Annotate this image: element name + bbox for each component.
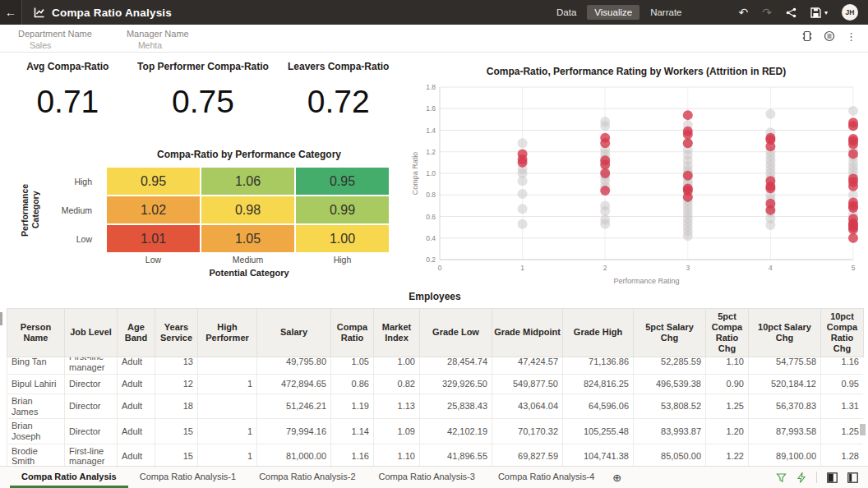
filter-bar-options-icon[interactable] (801, 30, 813, 42)
scatter-point-retained[interactable] (518, 138, 528, 148)
scatter-point-retained[interactable] (765, 109, 775, 119)
table-column-header[interactable]: Market Index (374, 309, 420, 357)
table-column-header[interactable]: 5pct Compa Ratio Chg (706, 309, 749, 357)
heatmap-cell[interactable]: 0.95 (296, 168, 389, 195)
heatmap-grid: High0.951.060.95Medium1.020.980.99Low1.0… (41, 168, 403, 252)
table-row[interactable]: Bipul LahiriDirectorAdult121472,894.650.… (7, 375, 864, 394)
share-icon[interactable] (786, 7, 796, 18)
scatter-point-attrition[interactable] (600, 168, 610, 178)
table-column-header[interactable]: 10pct Salary Chg (749, 309, 821, 357)
layout-panel-narrow-icon[interactable] (847, 472, 858, 483)
add-canvas-icon[interactable]: ⊕ (606, 467, 628, 488)
table-column-header[interactable]: Years Service (155, 309, 198, 357)
table-column-header[interactable]: Age Band (118, 309, 155, 357)
left-scrollbar-thumb[interactable] (0, 312, 2, 325)
header-tab-visualize[interactable]: Visualize (587, 5, 639, 20)
scatter-point-attrition[interactable] (518, 158, 528, 168)
scatter-point-retained[interactable] (600, 121, 610, 131)
scatter-point-attrition[interactable] (765, 205, 775, 215)
heatmap-cell[interactable]: 0.95 (107, 168, 200, 195)
scatter-point-retained[interactable] (600, 219, 610, 229)
scatter-point-retained[interactable] (765, 220, 775, 230)
layout-panel-left-icon[interactable] (827, 472, 838, 483)
user-avatar[interactable]: JH (842, 4, 858, 21)
scatter-point-attrition[interactable] (683, 171, 693, 181)
table-column-header[interactable]: Compa Ratio (331, 309, 374, 357)
scatter-point-attrition[interactable] (848, 149, 858, 159)
table-column-header[interactable]: Salary (257, 309, 331, 357)
heatmap-x-axis-label: Potential Category (107, 268, 391, 278)
table-cell: 104,741.38 (563, 444, 634, 466)
heatmap-cell[interactable]: 1.01 (107, 225, 200, 252)
heatmap-cell[interactable]: 1.00 (296, 225, 389, 252)
heatmap-cell[interactable]: 1.06 (201, 168, 294, 195)
scatter-point-attrition[interactable] (848, 121, 858, 131)
scatter-point-retained[interactable] (518, 189, 528, 199)
table-cell: 1.25 (821, 419, 864, 444)
filter-chip-department-name[interactable]: Department NameSales (18, 29, 92, 50)
table-cell: 1 (198, 444, 257, 466)
table-column-header[interactable]: Grade Midpoint (492, 309, 563, 357)
back-button[interactable]: ← (0, 0, 22, 25)
scatter-point-attrition[interactable] (848, 182, 858, 191)
table-row[interactable]: Bing TanFirst-line managerAdult1349,795.… (7, 357, 864, 375)
header-tab-data[interactable]: Data (549, 5, 584, 20)
canvas-tab-compa-ratio-analysis-2[interactable]: Compa Ratio Analysis-2 (247, 467, 367, 488)
scatter-point-retained[interactable] (518, 176, 528, 186)
scatter-point-retained[interactable] (518, 204, 528, 214)
redo-icon[interactable]: ↷ (762, 6, 772, 19)
scatter-point-retained[interactable] (848, 106, 858, 116)
scatter-point-retained[interactable] (600, 206, 610, 216)
auto-insights-icon[interactable] (796, 472, 806, 483)
canvas-tab-compa-ratio-analysis-1[interactable]: Compa Ratio Analysis-1 (128, 467, 247, 488)
table-column-header[interactable]: Grade High (563, 309, 634, 357)
heatmap-cell[interactable]: 1.05 (201, 225, 294, 252)
scatter-point-attrition[interactable] (683, 138, 693, 148)
scatter-point-attrition[interactable] (765, 183, 775, 193)
heatmap-cell[interactable]: 0.99 (296, 196, 389, 223)
filter-chip-manager-name[interactable]: Manager NameMehta (127, 29, 189, 50)
table-scrollbar-thumb[interactable] (860, 424, 866, 435)
kpi-value: 0.72 (270, 84, 406, 120)
scatter-point-retained[interactable] (683, 231, 693, 241)
scatter-x-tick: 0 (438, 264, 442, 272)
table-row[interactable]: Brian JosephDirectorAdult15179,994.161.1… (7, 419, 864, 444)
dashboard-canvas: Avg Compa-Ratio0.71Top Performer Compa-R… (0, 53, 868, 466)
scatter-point-attrition[interactable] (848, 233, 858, 243)
scatter-point-attrition[interactable] (765, 141, 775, 151)
scatter-point-attrition[interactable] (848, 203, 858, 213)
table-column-header[interactable]: High Performer (198, 309, 257, 357)
undo-icon[interactable]: ↶ (739, 6, 749, 19)
scatter-point-attrition[interactable] (683, 130, 693, 140)
table-row[interactable]: Brian JamesDirectorAdult1851,246.211.191… (7, 394, 864, 419)
heatmap-cell[interactable]: 1.02 (107, 196, 200, 223)
table-column-header[interactable]: Grade Low (420, 309, 492, 357)
scatter-point-attrition[interactable] (848, 224, 858, 234)
table-cell: 1.10 (706, 357, 749, 375)
scatter-point-attrition[interactable] (848, 140, 858, 150)
table-row[interactable]: Brodie SmithFirst-line managerAdult15181… (7, 444, 864, 466)
table-cell: 51,246.21 (257, 394, 331, 419)
canvas-tab-compa-ratio-analysis-3[interactable]: Compa Ratio Analysis-3 (367, 467, 487, 488)
scatter-point-retained[interactable] (518, 219, 528, 229)
canvas-tab-compa-ratio-analysis[interactable]: Compa Ratio Analysis (10, 467, 128, 488)
canvas-tab-compa-ratio-analysis-4[interactable]: Compa Ratio Analysis-4 (487, 467, 606, 488)
filter-bar-menu-icon[interactable]: ⋮ (846, 31, 856, 42)
scatter-point-attrition[interactable] (600, 138, 610, 148)
canvas-filter-icon[interactable] (776, 472, 787, 483)
scatter-point-attrition[interactable] (600, 186, 610, 196)
scatter-point-attrition[interactable] (600, 160, 610, 170)
table-column-header[interactable]: 10pct Compa Ratio Chg (821, 309, 864, 357)
heatmap-visualization: Compa-Ratio by Performance Category Perf… (7, 149, 403, 278)
scatter-point-attrition[interactable] (683, 110, 693, 120)
header-tab-narrate[interactable]: Narrate (643, 5, 689, 20)
table-column-header[interactable]: 5pct Salary Chg (634, 309, 706, 357)
scatter-point-attrition[interactable] (683, 192, 693, 202)
table-column-header[interactable]: Job Level (65, 309, 118, 357)
table-cell: 1.22 (706, 444, 749, 466)
save-button[interactable]: ▾ (810, 7, 828, 18)
heatmap-cell[interactable]: 0.98 (201, 196, 294, 223)
heatmap-x-tick: Low (107, 255, 200, 265)
limit-values-icon[interactable] (824, 30, 835, 42)
table-column-header[interactable]: Person Name (7, 309, 65, 357)
